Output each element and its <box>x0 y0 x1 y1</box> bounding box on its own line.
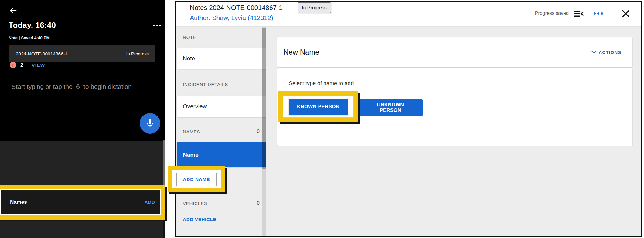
alert-count: 2 <box>20 62 23 68</box>
page-title: Today, 16:40 <box>9 21 56 30</box>
sidebar-item-note[interactable]: Note <box>177 48 266 69</box>
screen: Today, 16:40 Note | Saved 4:40 PM 2024-N… <box>0 0 644 238</box>
sidebar-section-note: NOTE <box>177 32 266 42</box>
notes-record-window: Notes 2024-NOTE-00014867-1 In Progress A… <box>175 1 642 237</box>
status-badge: In Progress <box>298 2 331 13</box>
close-icon[interactable] <box>621 9 630 18</box>
header-divider <box>607 4 607 23</box>
window-header: Notes 2024-NOTE-00014867-1 In Progress A… <box>176 2 641 27</box>
left-panel-scrollbar-track <box>163 220 165 238</box>
card-title: New Name <box>283 48 319 56</box>
more-options-icon[interactable] <box>594 12 603 15</box>
error-octagon-icon: ! <box>10 62 16 68</box>
alert-row: ! 2 VIEW <box>10 62 45 68</box>
sidebar-add-name-link[interactable]: ADD NAME <box>176 173 217 186</box>
names-count: 0 <box>257 129 260 134</box>
sidebar-section-vehicles: VEHICLES 0 <box>177 198 266 208</box>
author-link[interactable]: Author: Shaw, Lyvia (412312) <box>190 14 273 22</box>
annotation-highlight-known-person: KNOWN PERSON <box>278 91 358 122</box>
dictation-placeholder[interactable]: Start typing or tap the to begin dictati… <box>12 83 132 90</box>
vehicles-count: 0 <box>257 200 260 206</box>
sidebar-add-vehicle-link[interactable]: ADD VEHICLE <box>177 214 266 224</box>
known-person-button[interactable]: KNOWN PERSON <box>289 99 348 115</box>
names-row[interactable]: Names ADD <box>0 189 161 215</box>
annotation-highlight-add-name: ADD NAME <box>168 166 225 192</box>
dictation-mic-button[interactable] <box>140 113 160 134</box>
sidebar-item-overview[interactable]: Overview <box>177 96 266 117</box>
new-name-header-card: New Name ACTIONS <box>277 37 632 67</box>
sidebar-scrollbar[interactable] <box>262 28 266 169</box>
back-arrow-icon[interactable] <box>9 6 18 15</box>
more-options-icon[interactable] <box>153 25 161 26</box>
sidebar-section-incident-details: INCIDENT DETAILS <box>177 79 266 89</box>
note-id: 2024-NOTE-00014866-1 <box>16 51 68 57</box>
left-panel-scrollbar[interactable] <box>163 140 165 186</box>
sidebar-item-name-selected[interactable]: Name <box>177 142 266 167</box>
sidebar-section-names: NAMES 0 <box>177 127 266 136</box>
add-name-link[interactable]: ADD <box>145 200 155 205</box>
note-saved-status: Note | Saved 4:40 PM <box>9 35 50 40</box>
chevron-down-icon <box>591 51 596 54</box>
record-title: Notes 2024-NOTE-00014867-1 <box>190 4 283 12</box>
status-badge: In Progress <box>123 50 152 58</box>
view-link[interactable]: VIEW <box>32 62 45 68</box>
mic-inline-icon <box>75 83 81 90</box>
select-type-prompt: Select type of name to add <box>289 80 354 87</box>
unknown-person-button[interactable]: UNKNOWN PERSON <box>358 99 423 116</box>
annotation-highlight-names: Names ADD <box>0 185 165 220</box>
menu-open-icon[interactable] <box>574 10 584 18</box>
note-card[interactable]: 2024-NOTE-00014866-1 In Progress <box>9 45 155 62</box>
actions-menu-button[interactable]: ACTIONS <box>591 50 622 55</box>
progress-saved-status: Progress saved <box>535 11 569 16</box>
